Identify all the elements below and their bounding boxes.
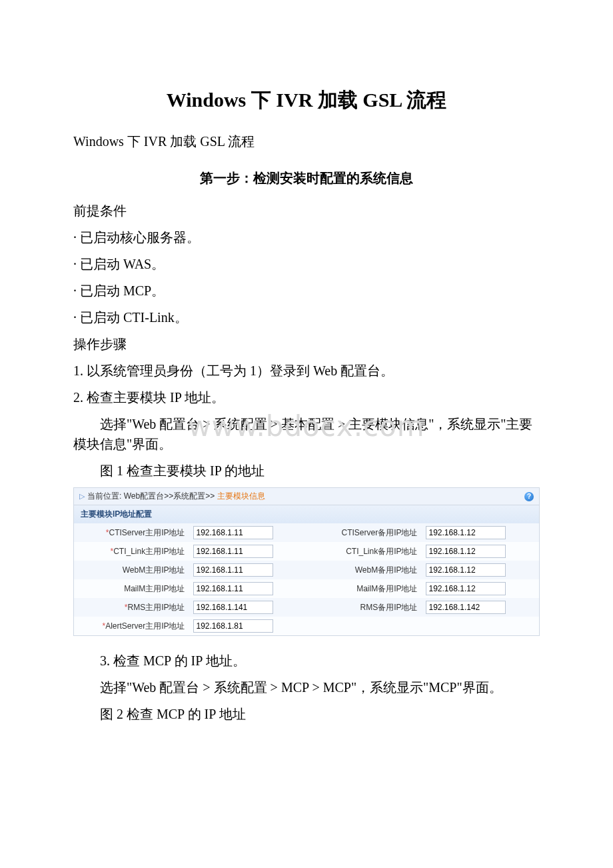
field-label-text: MailM主用IP地址 [124, 583, 185, 595]
ip-address-field[interactable] [193, 619, 273, 633]
field-label: CTIServer备用IP地址 [306, 523, 423, 542]
field-label-text: CTI_Link备用IP地址 [346, 546, 417, 557]
config-row: *AlertServer主用IP地址 [74, 617, 539, 635]
field-label: WebM备用IP地址 [306, 561, 423, 579]
steps-label: 操作步骤 [73, 334, 540, 354]
config-row: WebM主用IP地址WebM备用IP地址 [74, 561, 539, 579]
field-label: MailM主用IP地址 [74, 579, 191, 598]
precondition-item: · 已启动核心服务器。 [73, 227, 540, 247]
field-label-text: WebM主用IP地址 [123, 565, 185, 576]
precondition-label: 前提条件 [73, 201, 540, 221]
ip-address-field[interactable] [426, 526, 506, 539]
config-row: *CTIServer主用IP地址CTIServer备用IP地址 [74, 523, 539, 542]
field-label: *RMS主用IP地址 [74, 598, 191, 617]
step-2-desc: 选择"Web 配置台 > 系统配置 > 基本配置 > 主要模块信息"，系统显示"… [73, 414, 540, 454]
step1-heading: 第一步：检测安装时配置的系统信息 [73, 169, 540, 187]
fig1-caption: 图 1 检查主要模块 IP 的地址 [73, 461, 540, 481]
breadcrumb-prefix: 当前位置: Web配置台>>系统配置>> [87, 491, 215, 502]
breadcrumb-current[interactable]: 主要模块信息 [217, 491, 265, 502]
field-input-cell [423, 617, 540, 635]
field-label-text: CTI_Link主用IP地址 [113, 546, 185, 557]
ip-address-field[interactable] [193, 563, 273, 577]
precondition-item: · 已启动 WAS。 [73, 254, 540, 274]
field-input-cell [423, 579, 540, 598]
field-label: *AlertServer主用IP地址 [74, 617, 191, 635]
field-input-cell [423, 598, 540, 617]
config-row: MailM主用IP地址MailM备用IP地址 [74, 579, 539, 598]
breadcrumb-arrow-icon: ▷ [79, 492, 85, 501]
ip-address-field[interactable] [426, 582, 506, 595]
field-input-cell [191, 579, 307, 598]
field-label: *CTI_Link主用IP地址 [74, 542, 191, 561]
step-3-desc: 选择"Web 配置台 > 系统配置 > MCP > MCP"，系统显示"MCP"… [73, 677, 540, 697]
field-input-cell [191, 598, 307, 617]
precondition-item: · 已启动 CTI-Link。 [73, 307, 540, 327]
step-1-text: 1. 以系统管理员身份（工号为 1）登录到 Web 配置台。 [73, 361, 540, 381]
field-label: CTI_Link备用IP地址 [306, 542, 423, 561]
ip-address-field[interactable] [193, 601, 273, 614]
precondition-item: · 已启动 MCP。 [73, 281, 540, 301]
config-row: *RMS主用IP地址RMS备用IP地址 [74, 598, 539, 617]
ip-address-field[interactable] [193, 582, 273, 595]
field-label-text: CTIServer备用IP地址 [341, 527, 417, 539]
page-title: Windows 下 IVR 加载 GSL 流程 [73, 87, 540, 114]
field-input-cell [423, 561, 540, 579]
ip-address-field[interactable] [426, 545, 506, 558]
help-icon[interactable]: ? [524, 492, 534, 501]
field-label: RMS备用IP地址 [306, 598, 423, 617]
config-row: *CTI_Link主用IP地址CTI_Link备用IP地址 [74, 542, 539, 561]
field-label [306, 617, 423, 635]
subtitle-text: Windows 下 IVR 加载 GSL 流程 [73, 133, 540, 151]
field-label-text: WebM备用IP地址 [355, 565, 418, 576]
field-label: WebM主用IP地址 [74, 561, 191, 579]
module-ip-config-panel: ▷ 当前位置: Web配置台>>系统配置>>主要模块信息 ? 主要模块IP地址配… [73, 487, 540, 636]
field-label: *CTIServer主用IP地址 [74, 523, 191, 542]
field-label-text: RMS主用IP地址 [127, 602, 185, 613]
field-input-cell [191, 561, 307, 579]
field-label: MailM备用IP地址 [306, 579, 423, 598]
step-3-text: 3. 检查 MCP 的 IP 地址。 [73, 651, 540, 671]
field-label-text: AlertServer主用IP地址 [105, 621, 185, 632]
ip-address-field[interactable] [426, 601, 506, 614]
section-header: 主要模块IP地址配置 [74, 505, 539, 523]
field-label-text: RMS备用IP地址 [360, 602, 417, 613]
breadcrumb: ▷ 当前位置: Web配置台>>系统配置>>主要模块信息 ? [74, 488, 539, 505]
field-input-cell [423, 542, 540, 561]
ip-address-field[interactable] [193, 526, 273, 539]
field-input-cell [423, 523, 540, 542]
field-input-cell [191, 542, 307, 561]
ip-address-field[interactable] [426, 563, 506, 577]
fig2-caption: 图 2 检查 MCP 的 IP 地址 [73, 704, 540, 724]
step-2-text: 2. 检查主要模块 IP 地址。 [73, 387, 540, 407]
field-input-cell [191, 523, 307, 542]
field-label-text: CTIServer主用IP地址 [109, 527, 185, 539]
field-label-text: MailM备用IP地址 [356, 583, 417, 595]
ip-address-field[interactable] [193, 545, 273, 558]
field-input-cell [191, 617, 307, 635]
